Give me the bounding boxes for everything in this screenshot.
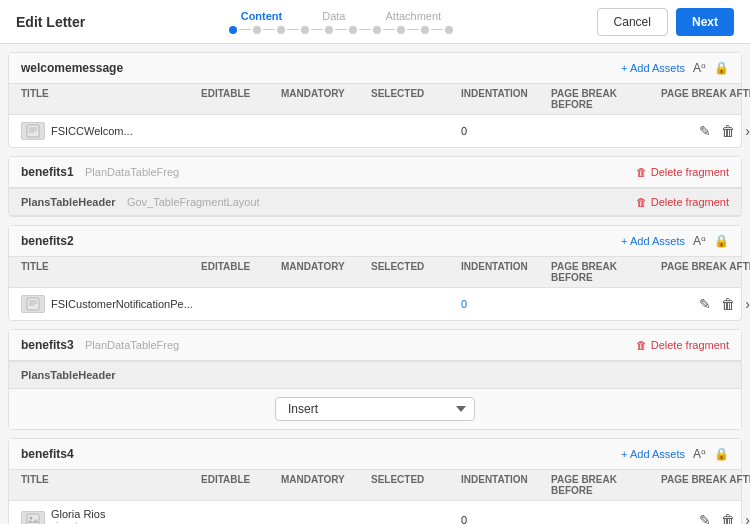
col-indentation: INDENTATION [461, 88, 551, 110]
doc-icon [21, 295, 45, 313]
section-actions: + Add Assets Aᵅ 🔒 [621, 234, 729, 248]
section-title: welcomemessage [21, 61, 123, 75]
sig-title-group: Gloria Rios signature.png [51, 507, 112, 524]
row-title-text: Gloria Rios [51, 508, 105, 520]
chevron-button[interactable]: › [742, 294, 750, 314]
svg-rect-0 [27, 125, 39, 137]
delete-button[interactable]: 🗑 [718, 121, 738, 141]
delete-sub-fragment-button[interactable]: 🗑 Delete fragment [636, 196, 729, 208]
section-benefits2: benefits2 + Add Assets Aᵅ 🔒 TITLE EDITAB… [8, 225, 742, 321]
col-indentation: INDENTATION [461, 474, 551, 496]
edit-button[interactable]: ✎ [696, 294, 714, 314]
fragment-title: PlansTableHeader [21, 369, 116, 381]
dot-5 [325, 26, 333, 34]
fragment-planstableheader-2: PlansTableHeader Insert [9, 361, 741, 429]
svg-rect-4 [27, 298, 39, 310]
cell-title: FSICCWelcom... [21, 122, 201, 140]
table-row: Gloria Rios signature.png 0 ✎ 🗑 › + [9, 501, 741, 524]
dot-7 [373, 26, 381, 34]
section-title-group: benefits2 [21, 234, 74, 248]
dot-9 [421, 26, 429, 34]
insert-row: Insert [9, 389, 741, 429]
fragment-subtitle: Gov_TableFragmentLayout [127, 196, 260, 208]
table-row: FSICustomerNotificationPe... 0 ✎ 🗑 › + [9, 288, 741, 320]
header-actions: Cancel Next [597, 8, 734, 36]
section-actions: 🗑 Delete fragment [636, 339, 729, 351]
row-actions: ✎ 🗑 › + [661, 510, 750, 525]
dot-4 [301, 26, 309, 34]
step-data-label: Data [322, 10, 345, 22]
col-title: TITLE [21, 88, 201, 110]
table-header-welcomemessage: TITLE EDITABLE MANDATORY SELECTED INDENT… [9, 84, 741, 115]
col-pbefore: PAGE BREAK BEFORE [551, 261, 661, 283]
delete-fragment-button-benefits3[interactable]: 🗑 Delete fragment [636, 339, 729, 351]
col-pafter: PAGE BREAK AFTER [661, 88, 750, 110]
add-assets-button-welcomemessage[interactable]: + Add Assets [621, 62, 685, 74]
col-pafter: PAGE BREAK AFTER [661, 261, 750, 283]
section-header-benefits2: benefits2 + Add Assets Aᵅ 🔒 [9, 226, 741, 257]
fragment-header: PlansTableHeader [9, 362, 741, 389]
cancel-button[interactable]: Cancel [597, 8, 668, 36]
section-subtitle: PlanDataTableFreg [85, 339, 179, 351]
wizard-steps: Content Data Attachment [227, 10, 455, 34]
aa-icon-welcomemessage[interactable]: Aᵅ [693, 61, 706, 75]
next-button[interactable]: Next [676, 8, 734, 36]
header: Edit Letter Content Data Attachment [0, 0, 750, 44]
section-title-group: benefits3 PlanDataTableFreg [21, 338, 179, 352]
edit-button[interactable]: ✎ [696, 121, 714, 141]
insert-select[interactable]: Insert [275, 397, 475, 421]
dot-2 [253, 26, 261, 34]
lock-icon-benefits2: 🔒 [714, 234, 729, 248]
steps-labels: Content Data Attachment [241, 10, 441, 22]
delete-fragment-button-benefits1[interactable]: 🗑 Delete fragment [636, 166, 729, 178]
lock-icon-benefits4: 🔒 [714, 447, 729, 461]
section-header-benefits1: benefits1 PlanDataTableFreg 🗑 Delete fra… [9, 157, 741, 188]
main-content: welcomemessage + Add Assets Aᵅ 🔒 TITLE E… [0, 44, 750, 524]
dot-1 [229, 26, 237, 34]
indentation-val: 0 [461, 125, 551, 137]
col-mandatory: MANDATORY [281, 88, 371, 110]
section-title: benefits2 [21, 234, 74, 248]
section-header-benefits4: benefits4 + Add Assets Aᵅ 🔒 [9, 439, 741, 470]
dot-8 [397, 26, 405, 34]
aa-icon-benefits2[interactable]: Aᵅ [693, 234, 706, 248]
section-header-welcomemessage: welcomemessage + Add Assets Aᵅ 🔒 [9, 53, 741, 84]
chevron-button[interactable]: › [742, 121, 750, 141]
section-title-group: benefits1 PlanDataTableFreg [21, 165, 179, 179]
col-selected: SELECTED [371, 261, 461, 283]
col-editable: EDITABLE [201, 261, 281, 283]
dot-10 [445, 26, 453, 34]
edit-button[interactable]: ✎ [696, 510, 714, 525]
col-title: TITLE [21, 474, 201, 496]
section-actions: 🗑 Delete fragment [636, 166, 729, 178]
table-row: FSICCWelcom... 0 ✎ 🗑 › + [9, 115, 741, 147]
trash-icon: 🗑 [636, 339, 647, 351]
section-title: benefits4 [21, 447, 74, 461]
row-actions: ✎ 🗑 › + [661, 121, 750, 141]
section-benefits3: benefits3 PlanDataTableFreg 🗑 Delete fra… [8, 329, 742, 430]
col-mandatory: MANDATORY [281, 474, 371, 496]
section-title: benefits3 [21, 338, 74, 352]
aa-icon-benefits4[interactable]: Aᵅ [693, 447, 706, 461]
fragment-planstableheader-1: PlansTableHeader Gov_TableFragmentLayout… [9, 188, 741, 216]
chevron-button[interactable]: › [742, 510, 750, 525]
row-actions: ✎ 🗑 › + [661, 294, 750, 314]
add-assets-button-benefits2[interactable]: + Add Assets [621, 235, 685, 247]
table-header-benefits2: TITLE EDITABLE MANDATORY SELECTED INDENT… [9, 257, 741, 288]
col-editable: EDITABLE [201, 88, 281, 110]
cell-title: Gloria Rios signature.png [21, 507, 201, 524]
col-pbefore: PAGE BREAK BEFORE [551, 88, 661, 110]
dot-3 [277, 26, 285, 34]
section-welcomemessage: welcomemessage + Add Assets Aᵅ 🔒 TITLE E… [8, 52, 742, 148]
doc-icon [21, 122, 45, 140]
table-header-benefits4: TITLE EDITABLE MANDATORY SELECTED INDENT… [9, 470, 741, 501]
section-actions: + Add Assets Aᵅ 🔒 [621, 447, 729, 461]
img-icon [21, 511, 45, 525]
fragment-header: PlansTableHeader Gov_TableFragmentLayout… [9, 189, 741, 216]
step-content-label: Content [241, 10, 283, 22]
delete-button[interactable]: 🗑 [718, 294, 738, 314]
delete-button[interactable]: 🗑 [718, 510, 738, 525]
row-title-text: FSICustomerNotificationPe... [51, 298, 193, 310]
add-assets-button-benefits4[interactable]: + Add Assets [621, 448, 685, 460]
indentation-val: 0 [461, 514, 551, 525]
